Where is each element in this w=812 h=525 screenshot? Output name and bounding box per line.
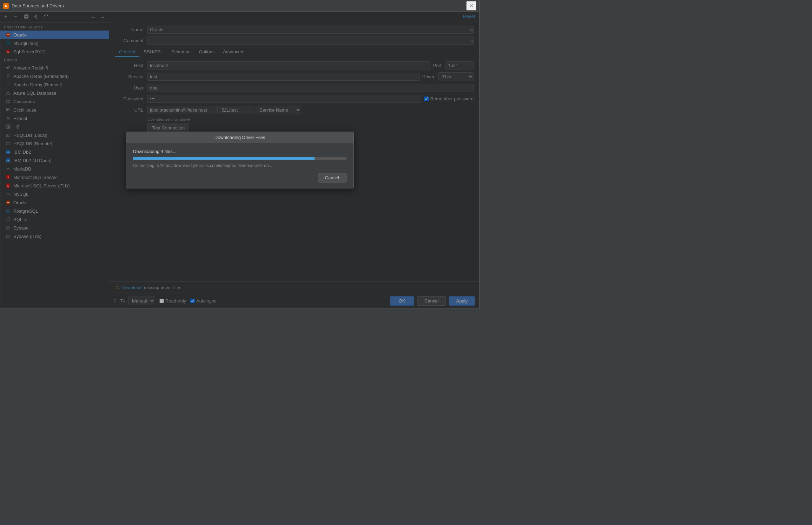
status-text: Connecting to 'https://download.jetbrain… <box>133 163 346 168</box>
progress-bar-fill <box>133 157 315 160</box>
progress-bar-track <box>133 157 346 160</box>
close-button[interactable]: ✕ <box>466 1 476 11</box>
svg-text:D: D <box>5 5 7 7</box>
dialog-body: Downloading 4 files... Connecting to 'ht… <box>126 143 354 188</box>
dialog-title: Downloading Driver Files <box>126 132 354 143</box>
download-overlay: Downloading Driver Files Downloading 4 f… <box>0 12 479 308</box>
app-icon: D <box>3 3 9 9</box>
title-bar: D Data Sources and Drivers ✕ <box>0 0 479 12</box>
dialog-cancel-button[interactable]: Cancel <box>318 173 346 182</box>
download-dialog: Downloading Driver Files Downloading 4 f… <box>126 132 354 188</box>
dialog-actions: Cancel <box>133 173 346 182</box>
main-window: D Data Sources and Drivers ✕ + − <box>0 0 480 309</box>
title-bar-left: D Data Sources and Drivers <box>3 3 64 9</box>
window-title: Data Sources and Drivers <box>12 3 64 8</box>
progress-label: Downloading 4 files... <box>133 149 346 154</box>
